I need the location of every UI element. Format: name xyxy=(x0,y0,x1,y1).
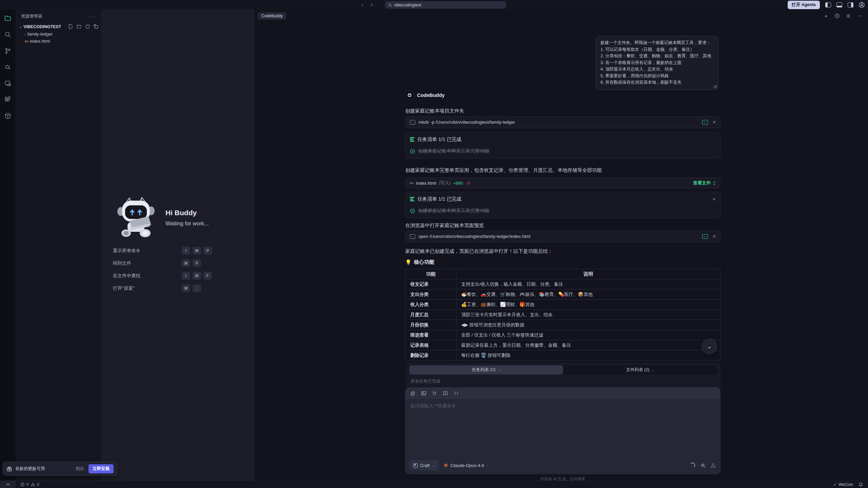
image-icon[interactable] xyxy=(421,391,426,396)
open-in-terminal-icon[interactable]: >_ xyxy=(702,234,708,239)
command-text: open /Users/robin/vibecodingtest/family-… xyxy=(418,234,530,239)
tab-codebuddy[interactable]: CodeBuddy xyxy=(258,12,287,20)
mention-icon[interactable]: @ xyxy=(410,391,415,396)
keycap: ⇧ xyxy=(182,272,190,280)
table-row: 删除记录每行右侧 🗑️ 按钮可删除 xyxy=(406,350,721,361)
assistant-step-1: 创建家庭记账本项目文件夹 xyxy=(405,108,464,114)
model-selector[interactable]: Claude-Opus-4.6 ⌄ xyxy=(443,463,489,468)
assistant-name: CodeBuddy xyxy=(417,93,445,98)
user-message: 新建一个文件夹。帮我做一个家庭记账本网页工具，要求： 1. 可以记录每笔收支（日… xyxy=(596,36,718,90)
table-row: 收支记录支持支出/收入切换，输入金额、日期、分类、备注 xyxy=(406,279,721,289)
welcome-status: Waiting for work... xyxy=(165,221,209,227)
command-block-mkdir[interactable]: >_ mkdir -p /Users/robin/vibecodingtest/… xyxy=(405,116,721,128)
history-icon[interactable] xyxy=(834,13,840,19)
codebuddy-panel: CodeBuddy ＋ ⋯ 新建一个文件夹。帮我做一个家庭记账本网页工具，要求：… xyxy=(254,9,868,481)
warning-count: 0 xyxy=(37,482,39,487)
task-list-card-1: 任务清单 1/1 已完成 创建家庭记账本网页工具完整功能 xyxy=(405,132,721,159)
collapse-icon[interactable]: ✕ xyxy=(712,197,716,202)
explorer-icon[interactable] xyxy=(4,14,12,22)
wecom-status[interactable]: ✓ WeCom xyxy=(833,482,853,487)
table-row: 月份切换◀▶ 按钮可浏览任意月份的数据 xyxy=(406,320,721,330)
toggle-bottom-panel-icon[interactable] xyxy=(836,2,842,7)
tab-task-list[interactable]: 任务列表 1/1⌄ xyxy=(409,365,563,374)
remote-indicator[interactable]: >< xyxy=(0,481,16,488)
buddy-mascot xyxy=(116,197,156,239)
enhance-prompt-icon[interactable] xyxy=(700,463,706,468)
command-center-search[interactable] xyxy=(385,1,506,8)
mode-selector[interactable]: Craft ⌄ xyxy=(410,460,439,470)
nav-forward-icon[interactable]: › xyxy=(371,2,372,8)
table-row: 筛选查看全部 / 仅支出 / 仅收入 三个标签快速过滤 xyxy=(406,330,721,340)
nav-back-icon[interactable]: ‹ xyxy=(361,2,363,8)
problems-indicator[interactable]: 0 0 xyxy=(20,482,39,487)
command-block-open[interactable]: >_ open /Users/robin/vibecodingtest/fami… xyxy=(405,230,721,242)
shortcut-label: 打开"设置" xyxy=(113,285,135,291)
titlebar: ‹ › 打开 Agents xyxy=(0,0,868,9)
refresh-icon[interactable] xyxy=(85,24,90,29)
new-folder-icon[interactable] xyxy=(77,24,82,29)
explorer-more-icon[interactable]: ··· xyxy=(89,14,96,19)
check-circle-icon xyxy=(410,149,415,154)
search-input[interactable] xyxy=(394,3,503,7)
send-icon[interactable] xyxy=(710,463,716,468)
toast-message: 有新的更新可用 xyxy=(15,466,73,472)
tab-file-list[interactable]: 文件列表 (2)⌄ xyxy=(563,365,717,374)
settings-gear-icon[interactable] xyxy=(845,13,851,19)
keycap: P xyxy=(193,259,201,267)
collapse-all-icon[interactable] xyxy=(94,24,99,29)
loading-spinner xyxy=(690,463,695,468)
status-bar: >< 0 0 ✓ WeCom xyxy=(0,481,868,488)
open-in-terminal-icon[interactable]: >_ xyxy=(702,120,708,125)
task-list-title: 任务清单 1/1 已完成 xyxy=(417,196,461,202)
table-header: 说明 xyxy=(456,269,721,279)
core-features-heading: 💡 核心功能 xyxy=(405,259,434,265)
snippet-icon[interactable] xyxy=(453,391,459,396)
chat-input[interactable] xyxy=(406,399,720,457)
shortcut-label: 转到文件 xyxy=(113,260,131,266)
more-options-icon[interactable]: ⋯ xyxy=(856,13,863,19)
later-button[interactable]: 稍后 xyxy=(76,466,84,472)
view-file-button[interactable]: 查看文件 xyxy=(693,180,716,186)
toggle-left-panel-icon[interactable] xyxy=(825,2,831,7)
keycap: P xyxy=(203,247,212,255)
folder-label: family-ledger xyxy=(27,32,53,37)
task-list-card-2: 任务清单 1/1 已完成 ✕ 创建家庭记账本网页工具完整功能 xyxy=(405,192,721,218)
open-agents-button[interactable]: 打开 Agents xyxy=(788,1,820,9)
retry-icon[interactable]: ↺ xyxy=(713,84,717,89)
plugin-icon[interactable] xyxy=(432,391,437,396)
chevron-down-icon: ⌄ xyxy=(19,24,22,29)
source-control-icon[interactable] xyxy=(4,47,12,55)
extensions-icon[interactable] xyxy=(4,96,12,104)
codebuddy-avatar xyxy=(405,91,414,100)
notifications-bell-icon[interactable] xyxy=(859,482,863,487)
search-sidebar-icon[interactable] xyxy=(4,30,12,39)
account-icon[interactable] xyxy=(859,2,865,8)
task-list-icon xyxy=(410,137,414,142)
run-debug-icon[interactable] xyxy=(4,63,12,71)
remote-explorer-icon[interactable] xyxy=(4,79,12,87)
install-now-button[interactable]: 立即安装 xyxy=(88,464,114,473)
chevron-down-icon: ⌄ xyxy=(487,464,489,467)
terminal-icon: >_ xyxy=(410,120,415,125)
scroll-to-bottom-button[interactable]: ⌄ xyxy=(702,339,717,354)
claude-icon xyxy=(443,463,448,468)
search-icon xyxy=(388,3,392,7)
docs-icon[interactable] xyxy=(442,391,448,396)
explorer-title: 资源管理器 xyxy=(21,14,42,19)
mcp-package-icon[interactable] xyxy=(4,112,12,120)
new-chat-icon[interactable]: ＋ xyxy=(823,13,829,19)
chevron-down-icon: ⌄ xyxy=(498,368,500,372)
tree-item-index-html[interactable]: <> index.html xyxy=(16,38,101,45)
file-change-block[interactable]: <> index.html (写入) +860 -0 查看文件 xyxy=(405,178,721,188)
code-file-icon: <> xyxy=(410,181,413,185)
tree-item-family-ledger[interactable]: › family-ledger xyxy=(16,30,101,38)
workspace-root[interactable]: ⌄ VIBECODINGTEST xyxy=(16,23,101,30)
assistant-step-3: 在浏览器中打开家庭记账本页面预览 xyxy=(405,222,484,229)
toggle-right-panel-icon[interactable] xyxy=(848,2,853,7)
table-row: 支出分类🍜餐饮、🚗交通、🛒购物、🎮娱乐、📚教育、💊医疗、📦其他 xyxy=(406,289,721,300)
new-file-icon[interactable] xyxy=(68,24,73,29)
chevron-right-icon: › xyxy=(24,32,26,36)
welcome-greeting: Hi Buddy xyxy=(165,209,197,217)
dismiss-icon[interactable]: ✕ xyxy=(712,234,716,239)
dismiss-icon[interactable]: ✕ xyxy=(712,120,716,125)
